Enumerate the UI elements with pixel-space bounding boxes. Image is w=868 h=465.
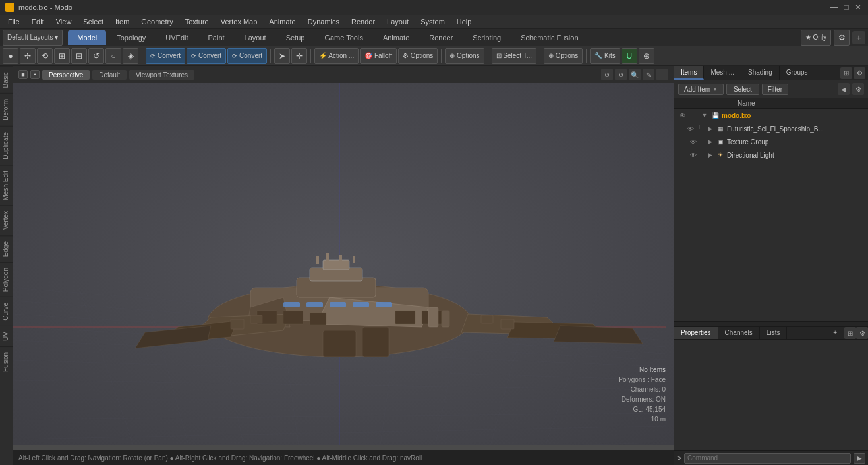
viewport-tab-textures[interactable]: Viewport Textures [129, 70, 194, 80]
toolbar-icon-1[interactable]: ● [3, 48, 18, 64]
sidebar-tab-edge[interactable]: Edge [0, 235, 13, 262]
vp-reset-icon[interactable]: ↺ [615, 69, 627, 80]
tree-eye-directional-light[interactable]: 👁 [689, 150, 698, 160]
menu-texture[interactable]: Texture [180, 16, 214, 27]
toolbar-move-icon[interactable]: ✛ [291, 48, 307, 64]
action-btn[interactable]: ⚡ Action ... [314, 48, 359, 64]
sidebar-tab-basic[interactable]: Basic [0, 66, 13, 93]
tree-expand-directional-light[interactable]: ▶ [706, 151, 714, 159]
rpanel-tab-shading[interactable]: Shading [741, 66, 780, 80]
sidebar-tab-mesh-edit[interactable]: Mesh Edit [0, 165, 13, 205]
rpanel-settings-icon[interactable]: ⚙ [854, 67, 865, 79]
add-tab-btn[interactable]: + [852, 31, 865, 44]
items-select-btn[interactable]: Select [726, 84, 759, 95]
close-button[interactable]: ✕ [854, 3, 863, 12]
settings-gear-btn[interactable]: ⚙ [834, 30, 850, 46]
add-item-btn[interactable]: Add Item ▼ [678, 84, 724, 95]
tab-topology[interactable]: Topology [107, 30, 155, 45]
viewport-lock-icon[interactable]: ■ [18, 70, 28, 79]
menu-file[interactable]: File [3, 16, 25, 27]
rpanel-bottom-tab-lists[interactable]: Lists [760, 327, 788, 339]
menu-help[interactable]: Help [451, 16, 477, 27]
tab-game-tools[interactable]: Game Tools [315, 30, 372, 45]
tab-animate[interactable]: Animate [374, 30, 419, 45]
toolbar-icon-2[interactable]: ✢ [20, 48, 36, 64]
tab-scripting[interactable]: Scripting [463, 30, 510, 45]
menu-animate[interactable]: Animate [264, 16, 301, 27]
toolbar-icon-6[interactable]: ↺ [88, 48, 104, 64]
command-input[interactable] [684, 453, 851, 464]
convert-btn-2[interactable]: ⟳ Convert [187, 48, 226, 64]
maximize-button[interactable]: □ [842, 3, 851, 12]
options-btn-3[interactable]: ⊕ Options [544, 48, 583, 64]
vp-more-icon[interactable]: ⋯ [656, 69, 668, 80]
menu-layout[interactable]: Layout [382, 16, 414, 27]
tab-setup[interactable]: Setup [277, 30, 314, 45]
items-settings-btn[interactable]: ⚙ [852, 83, 864, 95]
rpanel-bottom-add-btn[interactable]: + [826, 327, 844, 339]
menu-select[interactable]: Select [78, 16, 109, 27]
rpanel-bottom-expand-icon[interactable]: ⊞ [844, 327, 856, 339]
viewport-canvas[interactable]: X Y Z No Items Polygons : Face Channels:… [13, 83, 674, 445]
sidebar-tab-deform[interactable]: Deform [0, 93, 13, 126]
sidebar-tab-uv[interactable]: UV [0, 326, 13, 346]
toolbar-icon-8[interactable]: ◈ [123, 48, 138, 64]
tab-paint[interactable]: Paint [199, 30, 234, 45]
minimize-button[interactable]: — [830, 3, 839, 12]
tree-item-directional-light[interactable]: 👁 ▶ ☀ Directional Light [674, 148, 868, 162]
command-exec-btn[interactable]: ▶ [854, 453, 865, 464]
menu-geometry[interactable]: Geometry [136, 16, 178, 27]
tree-expand-texture-group[interactable]: ▶ [706, 138, 714, 146]
rpanel-bottom-tab-channels[interactable]: Channels [718, 327, 760, 339]
select-tool-btn[interactable]: ⊡ Select T... [492, 48, 537, 64]
sidebar-tab-polygon[interactable]: Polygon [0, 262, 13, 297]
sidebar-tab-curve[interactable]: Curve [0, 297, 13, 326]
viewport-tab-perspective[interactable]: Perspective [42, 70, 90, 80]
convert-btn-3[interactable]: ⟳ Convert [227, 48, 267, 64]
toolbar-arrow-icon[interactable]: ➤ [274, 48, 290, 64]
viewport-tab-default[interactable]: Default [92, 70, 127, 80]
menu-edit[interactable]: Edit [26, 16, 49, 27]
rpanel-tab-items[interactable]: Items [674, 66, 704, 80]
menu-dynamics[interactable]: Dynamics [303, 16, 345, 27]
kits-btn[interactable]: 🔧 Kits [590, 48, 620, 64]
rpanel-bottom-settings-icon[interactable]: ⚙ [856, 327, 868, 339]
vp-settings-icon[interactable]: ✎ [643, 69, 654, 80]
tab-layout[interactable]: Layout [235, 30, 275, 45]
options-btn-1[interactable]: ⚙ Options [398, 48, 438, 64]
items-tree-scrollbar[interactable] [674, 321, 868, 326]
tree-item-spaceship[interactable]: 👁 └ ▶ ▦ Futuristic_Sci_Fi_Spaceship_B... [674, 122, 868, 135]
falloff-btn[interactable]: 🎯 Falloff [360, 48, 397, 64]
tree-expand-spaceship[interactable]: ▶ [706, 125, 714, 133]
menu-view[interactable]: View [51, 16, 77, 27]
menu-item[interactable]: Item [110, 16, 134, 27]
vp-zoom-icon[interactable]: 🔍 [629, 69, 641, 80]
viewport-dot-icon[interactable]: • [30, 70, 40, 79]
tab-render[interactable]: Render [420, 30, 462, 45]
only-btn[interactable]: ★ Only [801, 30, 831, 46]
sidebar-tab-duplicate[interactable]: Duplicate [0, 126, 13, 165]
toolbar-extra-icon[interactable]: ⊕ [639, 48, 654, 64]
convert-btn-1[interactable]: ⟳ Convert [146, 48, 185, 64]
tree-eye-texture-group[interactable]: 👁 [689, 137, 698, 146]
rpanel-tab-mesh[interactable]: Mesh ... [704, 66, 741, 80]
items-filter-btn[interactable]: Filter [762, 84, 788, 95]
toolbar-icon-4[interactable]: ⊞ [54, 48, 70, 64]
tree-item-root[interactable]: 👁 ▼ 💾 modo.lxo [674, 109, 868, 122]
tree-eye-root[interactable]: 👁 [678, 111, 687, 120]
rpanel-bottom-tab-properties[interactable]: Properties [674, 327, 718, 339]
tab-uvedit[interactable]: UVEdit [156, 30, 197, 45]
sidebar-tab-vertex[interactable]: Vertex [0, 205, 13, 235]
tree-expand-root[interactable]: ▼ [701, 111, 709, 119]
tree-item-texture-group[interactable]: 👁 ▶ ▣ Texture Group [674, 135, 868, 148]
tab-model[interactable]: Model [68, 30, 106, 45]
toolbar-icon-5[interactable]: ⊟ [71, 48, 87, 64]
sidebar-tab-fusion[interactable]: Fusion [0, 346, 13, 377]
menu-vertexmap[interactable]: Vertex Map [216, 16, 263, 27]
vp-orbit-icon[interactable]: ↺ [601, 69, 613, 80]
toolbar-icon-3[interactable]: ⟲ [37, 48, 53, 64]
items-collapse-btn[interactable]: ◀ [838, 83, 850, 95]
rpanel-expand-icon[interactable]: ⊞ [840, 67, 852, 79]
tab-schematic-fusion[interactable]: Schematic Fusion [511, 30, 587, 45]
toolbar-icon-7[interactable]: ○ [105, 48, 121, 64]
